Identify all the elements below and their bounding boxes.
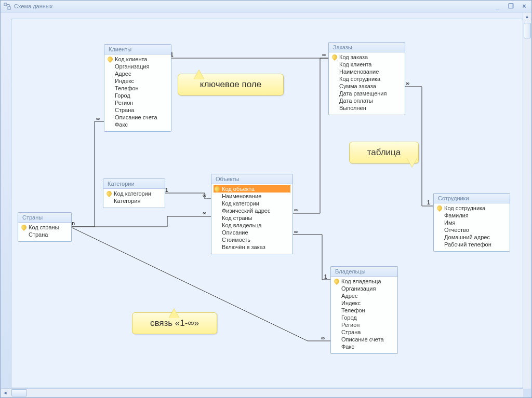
close-button[interactable]: × [520, 2, 528, 10]
field-pk[interactable]: Код сотрудника [436, 204, 508, 212]
table-orders[interactable]: Заказы Код заказа Код клиента Наименован… [328, 42, 405, 115]
field[interactable]: Рабочий телефон [436, 241, 508, 248]
table-title: Категории [103, 179, 165, 189]
field[interactable]: Организация [107, 63, 169, 70]
field-pk-selected[interactable]: Код объекта [214, 185, 290, 193]
table-title: Сотрудники [434, 194, 510, 203]
field[interactable]: Код сотрудника [331, 75, 403, 83]
field[interactable]: Код категории [214, 200, 290, 207]
field[interactable]: Дата оплаты [331, 97, 403, 104]
field[interactable]: Включён в заказ [214, 243, 290, 251]
field[interactable]: Физический адрес [214, 207, 290, 214]
cardinality-one: 1 [165, 187, 168, 193]
field[interactable]: Факс [107, 121, 169, 128]
field[interactable]: Имя [436, 219, 508, 226]
cardinality-many: ∞ [96, 116, 100, 121]
scroll-thumb[interactable] [11, 389, 27, 396]
field[interactable]: Код клиента [331, 61, 403, 68]
field[interactable]: Город [333, 314, 395, 321]
field-list: Код объекта Наименование Код категории Ф… [211, 184, 292, 254]
field[interactable]: Описание счета [333, 336, 395, 343]
field-list: Код страны Страна [18, 223, 71, 241]
cardinality-many: ∞ [321, 335, 325, 341]
cardinality-many: ∞ [294, 229, 298, 235]
field[interactable]: Дата размещения [331, 90, 403, 97]
field[interactable]: Страна [107, 106, 169, 114]
table-employees[interactable]: Сотрудники Код сотрудника Фамилия Имя От… [433, 193, 510, 252]
field-list: Код владельца Организация Адрес Индекс Т… [331, 277, 397, 353]
scroll-left-icon[interactable]: ◄ [1, 389, 9, 396]
callout-text: ключевое поле [200, 79, 261, 89]
horizontal-scrollbar[interactable]: ◄ [1, 388, 523, 397]
svg-rect-1 [8, 7, 10, 9]
table-title: Объекты [211, 174, 292, 184]
table-title: Клиенты [104, 45, 171, 54]
table-title: Владельцы [331, 267, 397, 277]
cardinality-many: ∞ [322, 52, 326, 58]
field-pk[interactable]: Код заказа [331, 53, 403, 61]
field[interactable]: Выполнен [331, 104, 403, 112]
field[interactable]: Индекс [107, 77, 169, 85]
field-list: Код заказа Код клиента Наименование Код … [329, 52, 405, 115]
field[interactable]: Код владельца [214, 222, 290, 229]
field[interactable]: Регион [333, 321, 395, 328]
field[interactable]: Телефон [333, 307, 395, 314]
field[interactable]: Факс [333, 343, 395, 350]
table-owners[interactable]: Владельцы Код владельца Организация Адре… [330, 266, 398, 354]
titlebar[interactable]: Схема данных _ ❐ × [1, 1, 531, 12]
field[interactable]: Город [107, 92, 169, 99]
restore-button[interactable]: ❐ [507, 2, 515, 10]
field[interactable]: Телефон [107, 85, 169, 92]
table-objects[interactable]: Объекты Код объекта Наименование Код кат… [211, 174, 293, 254]
window-title: Схема данных [14, 3, 52, 9]
field-pk[interactable]: Код страны [20, 224, 69, 231]
callout-text: связь «1-∞» [150, 318, 199, 328]
cardinality-many: ∞ [406, 80, 409, 86]
field[interactable]: Регион [107, 99, 169, 106]
callout-text: таблица [367, 147, 401, 157]
field[interactable]: Домашний адрес [436, 234, 508, 241]
field-pk[interactable]: Код клиента [107, 56, 169, 63]
field[interactable]: Код страны [214, 214, 290, 222]
table-categories[interactable]: Категории Код категории Категория [103, 179, 165, 208]
cardinality-one: 1 [427, 200, 430, 205]
field[interactable]: Индекс [333, 299, 395, 307]
scroll-thumb[interactable] [524, 23, 531, 38]
field[interactable]: Сумма заказа [331, 83, 403, 90]
field[interactable]: Фамилия [436, 212, 508, 219]
field[interactable]: Организация [333, 285, 395, 292]
callout-keyfield: ключевое поле [178, 74, 284, 95]
table-countries[interactable]: Страны Код страны Страна [18, 212, 72, 242]
field-list: Код клиента Организация Адрес Индекс Тел… [104, 54, 171, 131]
field[interactable]: Страна [20, 231, 69, 238]
field[interactable]: Описание [214, 229, 290, 236]
app-icon [4, 3, 11, 10]
field[interactable]: Отчество [436, 226, 508, 234]
callout-relation: связь «1-∞» [132, 312, 217, 334]
relationships-window: Схема данных _ ❐ × 1 ∞ ∞ [0, 0, 532, 398]
scroll-up-icon[interactable]: ▲ [524, 12, 531, 21]
table-clients[interactable]: Клиенты Код клиента Организация Адрес Ин… [104, 44, 171, 132]
field-pk[interactable]: Код категории [105, 190, 163, 197]
field[interactable]: Страна [333, 328, 395, 336]
field[interactable]: Категория [105, 197, 163, 204]
field[interactable]: Адрес [107, 70, 169, 77]
table-title: Страны [18, 213, 71, 223]
field[interactable]: Адрес [333, 292, 395, 299]
minimize-button[interactable]: _ [493, 2, 501, 10]
field[interactable]: Стоимость [214, 236, 290, 243]
field-list: Код категории Категория [103, 189, 165, 208]
field[interactable]: Наименование [331, 68, 403, 75]
table-title: Заказы [329, 43, 405, 52]
cardinality-many: ∞ [203, 193, 206, 198]
field[interactable]: Описание счета [107, 114, 169, 121]
diagram-canvas[interactable]: 1 ∞ ∞ 1 ∞ n 1 ∞ ∞ ∞ ∞ 1 ∞ Клиенты Код кл… [11, 19, 523, 388]
callout-table: таблица [349, 142, 419, 163]
field-pk[interactable]: Код владельца [333, 278, 395, 285]
cardinality-one: 1 [324, 274, 327, 280]
field[interactable]: Наименование [214, 193, 290, 200]
field-list: Код сотрудника Фамилия Имя Отчество Дома… [434, 203, 510, 251]
cardinality-many: ∞ [203, 210, 206, 216]
cardinality-many: ∞ [294, 207, 298, 213]
vertical-scrollbar[interactable]: ▲ [523, 12, 531, 389]
